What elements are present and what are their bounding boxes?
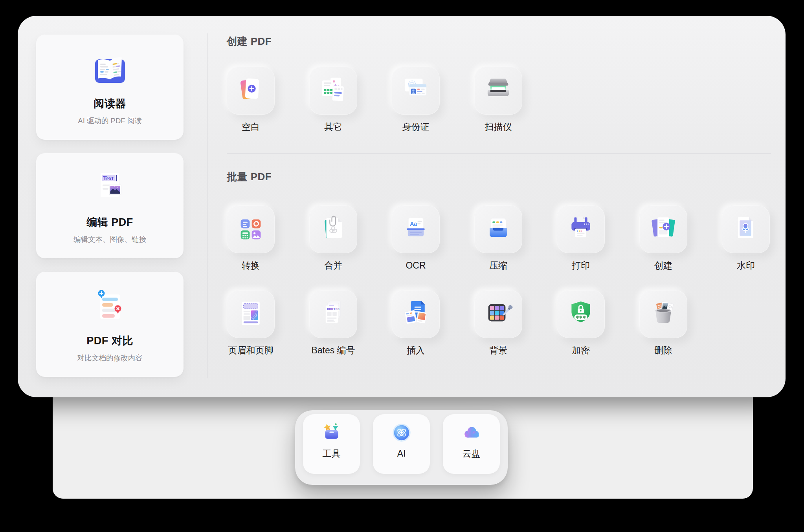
tile-label: Bates 编号 (311, 345, 355, 356)
sidebar-card-title: PDF 对比 (86, 334, 133, 348)
tile-encrypt[interactable]: 加密 (557, 290, 605, 356)
delete-trash-icon (639, 290, 687, 338)
tile-create[interactable]: 创建 (639, 205, 687, 271)
tile-id-card[interactable]: 身份证 (392, 67, 440, 132)
tile-label: 转换 (242, 260, 260, 271)
tile-label: 扫描仪 (485, 122, 512, 132)
tile-print[interactable]: 打印 (557, 205, 605, 271)
dock-item-cloud-drive[interactable]: 云盘 (443, 414, 500, 474)
merge-paperclip-icon (309, 205, 357, 253)
tile-label: 身份证 (402, 122, 430, 132)
section-title-create-pdf: 创建 PDF (227, 35, 773, 47)
desktop-background: { "colors": { "desktop_background": "#00… (0, 0, 804, 532)
dock-item-tools[interactable]: 工具 (303, 414, 360, 474)
id-card-icon (392, 67, 440, 115)
tile-compress[interactable]: 压缩 (474, 205, 522, 271)
background-palette-icon (474, 290, 522, 338)
sidebar-card-pdf-compare[interactable]: PDF 对比 对比文档的修改内容 (36, 272, 184, 377)
tile-label: 空白 (242, 122, 260, 132)
tile-insert[interactable]: 插入 (392, 290, 440, 356)
dock-item-ai[interactable]: AI (373, 414, 430, 474)
tile-other[interactable]: 其它 (309, 67, 357, 132)
dock-item-label: AI (397, 448, 406, 459)
sidebar-card-title: 阅读器 (94, 97, 126, 111)
sidebar-card-title: 编辑 PDF (86, 215, 133, 229)
tile-ocr[interactable]: Aa OCR (392, 205, 440, 271)
tile-convert[interactable]: 转换 (227, 205, 275, 271)
watermark-flower-icon (722, 205, 770, 253)
create-pages-add-icon (639, 205, 687, 253)
section-divider (227, 153, 771, 154)
scanner-icon (474, 67, 522, 115)
tile-label: 其它 (324, 122, 342, 132)
tile-label: 背景 (489, 345, 507, 356)
sidebar: 阅读器 AI 驱动的 PDF 阅读 Text (36, 35, 184, 377)
content-area: 创建 PDF 空白 (227, 16, 773, 356)
tile-scanner[interactable]: 扫描仪 (474, 67, 522, 132)
bates-icon-text: 000123 (327, 307, 340, 311)
header-footer-icon (227, 290, 275, 338)
tile-label: 打印 (572, 260, 590, 271)
ocr-icon-text: Aa (410, 221, 417, 227)
tile-bates-number[interactable]: 000123 Bates 编号 (309, 290, 357, 356)
cloud-drive-icon (459, 420, 485, 446)
tile-label: 创建 (654, 260, 672, 271)
blank-card-add-icon (227, 67, 275, 115)
ocr-scan-icon: Aa (392, 205, 440, 253)
tile-merge[interactable]: 合并 (309, 205, 357, 271)
convert-grid-icon (227, 205, 275, 253)
bates-number-icon: 000123 (309, 290, 357, 338)
insert-pages-icon (392, 290, 440, 338)
section-title-batch-pdf: 批量 PDF (227, 171, 773, 183)
dock-item-label: 云盘 (463, 448, 481, 459)
tile-label: OCR (406, 260, 426, 271)
sidebar-card-subtitle: 编辑文本、图像、链接 (73, 234, 146, 244)
sidebar-card-edit-pdf[interactable]: Text 编辑 PDF 编辑文本、图像、链接 (36, 153, 184, 258)
tile-background[interactable]: 背景 (474, 290, 522, 356)
tile-label: 压缩 (489, 260, 507, 271)
sidebar-card-subtitle: AI 驱动的 PDF 阅读 (78, 116, 141, 126)
compare-pins-icon (90, 287, 130, 327)
sidebar-card-reader[interactable]: 阅读器 AI 驱动的 PDF 阅读 (36, 35, 184, 140)
sidebar-card-subtitle: 对比文档的修改内容 (77, 353, 143, 363)
sidebar-divider (207, 33, 207, 378)
password-asterisks (576, 316, 586, 318)
create-pdf-grid: 空白 (227, 67, 773, 132)
tile-delete[interactable]: 删除 (639, 290, 687, 356)
encrypt-shield-icon (557, 290, 605, 338)
reader-book-icon (90, 49, 130, 90)
tile-label: 水印 (737, 260, 755, 271)
ai-sphere-icon (389, 420, 415, 446)
edit-text-image-icon: Text (90, 168, 130, 209)
batch-pdf-grid: 转换 合并 (227, 205, 773, 356)
tile-label: 页眉和页脚 (228, 345, 274, 356)
compress-box-icon (474, 205, 522, 253)
printer-icon (557, 205, 605, 253)
main-window: 阅读器 AI 驱动的 PDF 阅读 Text (18, 16, 786, 397)
dock-item-label: 工具 (323, 448, 341, 459)
tile-label: 插入 (407, 345, 425, 356)
other-documents-icon (309, 67, 357, 115)
dock: 工具 AI (295, 410, 508, 485)
tile-label: 删除 (654, 345, 672, 356)
tile-label: 加密 (572, 345, 590, 356)
tile-header-footer[interactable]: 页眉和页脚 (227, 290, 275, 356)
tile-watermark[interactable]: 水印 (722, 205, 770, 271)
edit-icon-text: Text (103, 175, 114, 181)
tile-blank[interactable]: 空白 (227, 67, 275, 132)
toolbox-icon (319, 420, 345, 446)
tile-label: 合并 (324, 260, 342, 271)
